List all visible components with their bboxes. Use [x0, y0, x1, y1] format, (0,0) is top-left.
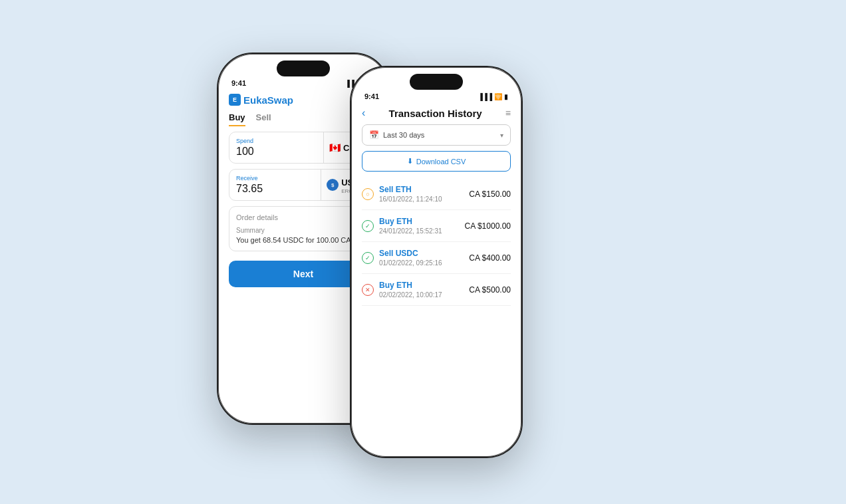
txn-date-2: 01/02/2022, 09:25:16 — [379, 259, 464, 267]
txn-name-1: Buy ETH — [379, 217, 460, 226]
txn-name-0: Sell ETH — [379, 185, 464, 194]
download-icon: ⬇ — [407, 157, 413, 166]
download-label: Download CSV — [416, 158, 466, 166]
tab-sell[interactable]: Sell — [256, 112, 271, 126]
status-bar-right: 9:41 ▐▐▐ 🛜 ▮ — [351, 90, 521, 102]
txn-status-icon-success-1: ✓ — [362, 220, 374, 232]
txn-amount-0: CA $150.00 — [469, 189, 511, 199]
txn-date-3: 02/02/2022, 10:00:17 — [379, 291, 464, 299]
txn-status-icon-success-2: ✓ — [362, 252, 374, 264]
spend-field-left[interactable]: Spend 100 — [229, 132, 324, 163]
euka-logo: E EukaSwap — [229, 94, 293, 106]
receive-label: Receive — [236, 175, 314, 182]
phones-container: 9:41 ▐▐▐ 🛜 ▮ E EukaSwap ≡ Buy Sell Spend… — [217, 26, 629, 478]
txn-info-3: Buy ETH 02/02/2022, 10:00:17 — [379, 281, 464, 299]
txn-date-1: 24/01/2022, 15:52:31 — [379, 227, 460, 235]
date-filter[interactable]: 📅 Last 30 days ▾ — [362, 124, 511, 146]
download-csv-button[interactable]: ⬇ Download CSV — [362, 151, 511, 172]
txn-item-0: ○ Sell ETH 16/01/2022, 11:24:10 CA $150.… — [362, 178, 511, 210]
battery-icon-right: ▮ — [504, 93, 508, 100]
txn-name-3: Buy ETH — [379, 281, 464, 290]
right-phone: 9:41 ▐▐▐ 🛜 ▮ ‹ Transaction History ≡ 📅 L… — [350, 66, 523, 458]
euka-logo-icon: E — [229, 94, 241, 106]
spend-value: 100 — [236, 146, 317, 158]
txn-info-0: Sell ETH 16/01/2022, 11:24:10 — [379, 185, 464, 203]
time-left: 9:41 — [231, 79, 246, 87]
txn-menu-icon[interactable]: ≡ — [505, 108, 511, 118]
dynamic-island-left — [277, 61, 330, 76]
txn-status-icon-failed: ✕ — [362, 284, 374, 296]
receive-value: 73.65 — [236, 183, 314, 195]
order-details-label: Order details — [236, 213, 278, 221]
txn-item-2: ✓ Sell USDC 01/02/2022, 09:25:16 CA $400… — [362, 242, 511, 274]
txn-info-1: Buy ETH 24/01/2022, 15:52:31 — [379, 217, 460, 235]
txn-item-3: ✕ Buy ETH 02/02/2022, 10:00:17 CA $500.0… — [362, 274, 511, 306]
wifi-icon-right: 🛜 — [494, 93, 502, 100]
status-icons-right: ▐▐▐ 🛜 ▮ — [478, 93, 508, 100]
back-button[interactable]: ‹ — [362, 107, 365, 119]
date-filter-label: Last 30 days — [383, 131, 424, 139]
date-filter-chevron: ▾ — [500, 132, 503, 139]
signal-icon-right: ▐▐▐ — [478, 93, 492, 100]
date-filter-left: 📅 Last 30 days — [369, 130, 424, 140]
txn-status-icon-pending: ○ — [362, 188, 374, 200]
calendar-icon: 📅 — [369, 130, 379, 140]
time-right: 9:41 — [364, 92, 379, 100]
receive-field-left[interactable]: Receive 73.65 — [229, 170, 321, 200]
txn-item-1: ✓ Buy ETH 24/01/2022, 15:52:31 CA $1000.… — [362, 210, 511, 242]
txn-name-2: Sell USDC — [379, 249, 464, 258]
txn-amount-2: CA $400.00 — [469, 253, 511, 263]
txn-amount-1: CA $1000.00 — [465, 221, 511, 231]
usdc-icon: $ — [327, 179, 339, 191]
euka-logo-text: EukaSwap — [243, 94, 293, 106]
txn-title: Transaction History — [389, 108, 482, 119]
txn-date-0: 16/01/2022, 11:24:10 — [379, 195, 464, 203]
txn-info-2: Sell USDC 01/02/2022, 09:25:16 — [379, 249, 464, 267]
transaction-list: ○ Sell ETH 16/01/2022, 11:24:10 CA $150.… — [351, 178, 521, 306]
dynamic-island-right — [410, 74, 463, 90]
tab-buy[interactable]: Buy — [229, 112, 245, 126]
txn-header: ‹ Transaction History ≡ — [351, 102, 521, 124]
spend-label: Spend — [236, 138, 317, 144]
cad-flag: 🇨🇦 — [329, 142, 341, 153]
txn-amount-3: CA $500.00 — [469, 285, 511, 295]
